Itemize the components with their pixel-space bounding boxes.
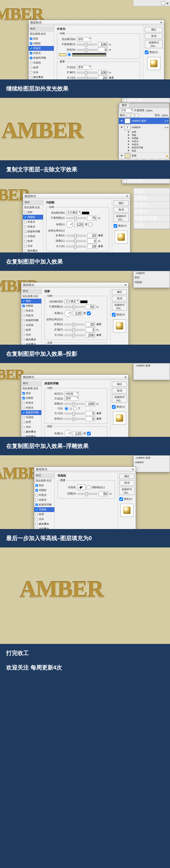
style-inner-glow[interactable]: 内发光 [29,51,54,56]
slider-noise[interactable] [77,49,97,51]
check-preview[interactable] [112,313,115,316]
select-technique[interactable]: 柔和 [77,65,91,69]
close-icon[interactable]: ✕ [124,283,127,286]
ok-button[interactable]: 确定 [145,27,163,32]
input-depth[interactable] [86,401,95,406]
fx-item[interactable]: 👁投影 [119,134,169,137]
doc-tab[interactable]: AMBER 副本 [128,179,142,183]
input-angle[interactable] [72,311,82,316]
style-contour[interactable]: 等高线 [34,507,55,512]
style-inner-shadow[interactable]: 内阴影 [29,41,54,46]
dialog-titlebar[interactable]: 图层样式✕ [21,282,128,288]
gradient-bar[interactable] [72,53,106,57]
layer-orig[interactable]: 👁 T AMBER fx ▾ [119,124,169,130]
style-bevel-emboss[interactable]: 斜面和浮雕 [23,229,43,234]
mask-icon[interactable] [135,160,139,160]
style-color-overlay[interactable]: 颜色叠加 [21,337,41,342]
check-anti-alias[interactable] [87,486,90,489]
close-icon[interactable]: ✕ [124,376,127,379]
ok-button[interactable]: 确定 [112,381,127,387]
fx-icon[interactable] [127,160,131,160]
style-inner-glow[interactable]: 内发光 [21,313,41,318]
color-swatch[interactable] [80,300,88,303]
select-technique[interactable]: 柔和 [65,397,79,401]
close-icon[interactable]: ✕ [160,21,162,24]
new-style-button[interactable]: 新建样式(W)... [112,302,127,311]
value-opacity[interactable]: 100% [146,109,153,112]
style-inner-shadow[interactable]: 内阴影 [21,304,41,308]
fx-badge[interactable]: fx ▾ [165,126,168,129]
style-bevel-emboss[interactable]: 斜面和浮雕 [21,410,41,415]
link-icon[interactable] [120,160,124,160]
input-noise[interactable] [98,48,108,52]
style-satin[interactable]: 光泽 [23,244,43,248]
select-style[interactable]: 内斜面 [65,392,79,396]
slider-size[interactable] [66,246,86,247]
style-gradient-overlay[interactable]: 渐变叠加 [21,342,41,345]
fx-item[interactable]: 👁描边 [119,149,169,152]
style-contour[interactable]: 等高线 [21,323,41,328]
cancel-button[interactable]: 取消 [114,207,129,213]
select-blend[interactable]: 正常 [120,108,133,113]
style-outer-glow[interactable]: 外发光 [29,46,54,51]
style-texture[interactable]: 纹理 [23,239,43,244]
eye-icon[interactable]: 👁 [120,119,124,122]
new-style-button[interactable]: 新建样式(W)... [119,487,134,495]
check-global[interactable] [89,223,92,226]
style-outer-glow[interactable]: 外发光 [23,220,43,224]
new-style-button[interactable]: 新建样式(W)... [114,214,129,222]
input-angle[interactable] [74,222,84,227]
input-soften[interactable] [86,416,95,421]
lock-pixels-icon[interactable] [127,114,130,117]
style-drop-shadow[interactable]: 投影 [23,210,43,215]
ok-button[interactable]: 确定 [112,289,127,295]
style-drop-shadow[interactable]: 投影 [29,36,54,41]
radio-gradient[interactable] [67,53,71,57]
ok-button[interactable]: 确定 [114,200,129,206]
style-drop-shadow[interactable]: 投影 [21,299,41,304]
lock-position-icon[interactable] [131,114,134,117]
fx-item[interactable]: 👁内发光 [119,143,169,146]
dialog-titlebar[interactable]: 图层样式 ✕ [23,194,130,199]
style-color-overlay[interactable]: 颜色叠加 [29,75,54,80]
radio-up[interactable] [65,407,68,410]
style-outer-glow[interactable]: 外发光 [21,308,41,313]
close-icon[interactable]: ✕ [126,194,128,198]
slider-size[interactable] [77,77,97,79]
slider-opacity[interactable] [77,44,97,45]
foreground-swatch[interactable] [161,1,165,5]
input-distance[interactable] [86,322,95,327]
input-range[interactable] [99,491,108,496]
style-color-overlay[interactable]: 颜色叠加 [23,248,43,252]
style-inner-glow[interactable]: 内发光 [23,224,43,229]
contour-thumb[interactable] [78,485,86,490]
style-blend-options[interactable]: 混合选项:自定 [29,31,54,36]
cancel-button[interactable]: 取消 [119,480,134,486]
tab-layers[interactable]: 图层 [119,103,130,107]
check-preview[interactable] [112,405,115,409]
style-inner-shadow[interactable]: 内阴影 [23,215,43,220]
input-size[interactable] [86,411,95,416]
eye-icon[interactable]: 👁 [120,154,124,157]
style-blend-options[interactable]: 混合选项:自定 [23,205,43,210]
style-satin[interactable]: 光泽 [21,333,41,337]
check-global[interactable] [87,432,91,435]
check-preview[interactable] [119,497,123,501]
input-distance[interactable] [87,233,97,238]
group-icon[interactable] [149,160,153,160]
style-texture[interactable]: 纹理 [29,65,54,70]
style-bevel-emboss[interactable]: 斜面和浮雕 [29,56,54,60]
dialog-titlebar[interactable]: 图层样式 ✕ [29,20,164,25]
check-preview[interactable] [114,224,117,228]
angle-dial[interactable] [66,221,73,228]
fx-item[interactable]: 👁外发光 [119,140,169,143]
style-satin[interactable]: 光泽 [29,70,54,75]
color-swatch[interactable] [82,212,89,214]
input-size[interactable] [86,333,95,338]
style-contour[interactable]: 等高线 [23,234,43,239]
slider-opacity[interactable] [66,217,86,219]
layer-bg[interactable]: 👁 背景 🔒 [119,152,169,159]
input-opacity[interactable] [98,42,108,47]
cancel-button[interactable]: 取消 [112,388,127,394]
value-fill[interactable]: 100% [162,114,168,117]
